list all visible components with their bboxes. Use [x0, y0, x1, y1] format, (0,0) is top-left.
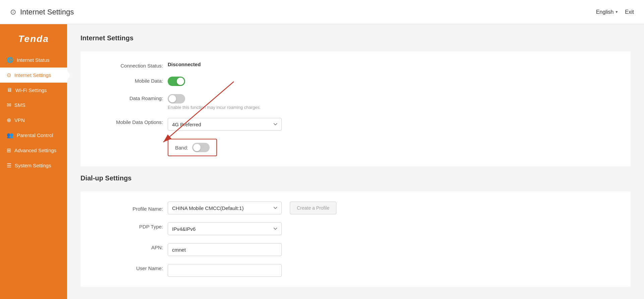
sidebar-label: Advanced Settings [14, 147, 56, 153]
sidebar-item-sms[interactable]: ✉ SMS [0, 97, 67, 113]
sidebar-label: Internet Status [17, 57, 50, 63]
mobile-data-options-row: Mobile Data Options: 4G Preferred 4G Onl… [94, 118, 617, 131]
header: ⊙ Internet Settings English ▼ Exit [0, 0, 644, 24]
mobile-data-row: Mobile Data: [94, 77, 617, 86]
vpn-icon: ⊕ [7, 117, 11, 123]
sidebar-item-wifi-settings[interactable]: 🖥 Wi-Fi Settings [0, 83, 67, 97]
globe-icon: 🌐 [7, 57, 13, 63]
sidebar-item-internet-settings[interactable]: ⊙ Internet Settings [0, 68, 67, 83]
sidebar-item-advanced-settings[interactable]: ⊞ Advanced Settings [0, 143, 67, 158]
svg-line-1 [163, 82, 234, 142]
profile-name-select[interactable]: CHINA Mobile CMCC(Default:1) [168, 202, 282, 214]
band-row: Band: [94, 139, 617, 156]
band-annotation: Band: [168, 139, 217, 156]
page-title: Internet Settings [20, 8, 74, 16]
sidebar-label: System Settings [15, 163, 51, 168]
pdp-type-select[interactable]: IPv4&IPv6 IPv4 IPv6 [168, 222, 282, 235]
band-empty-label [94, 139, 168, 140]
band-label: Band: [175, 145, 188, 151]
sidebar-item-internet-status[interactable]: 🌐 Internet Status [0, 52, 67, 68]
sidebar-label: VPN [14, 117, 25, 123]
settings-icon: ⊙ [7, 72, 11, 78]
parental-icon: 👥 [7, 132, 13, 138]
sidebar-label: Parental Control [17, 132, 53, 138]
chevron-down-icon: ▼ [615, 10, 618, 14]
data-roaming-toggle[interactable] [168, 94, 185, 103]
sidebar-label: Wi-Fi Settings [15, 87, 47, 93]
create-profile-button[interactable]: Create a Profile [290, 202, 336, 214]
mobile-data-label: Mobile Data: [94, 77, 168, 84]
internet-settings-title: Internet Settings [80, 34, 631, 42]
header-left: ⊙ Internet Settings [10, 8, 74, 16]
dialup-settings-section: Profile Name: CHINA Mobile CMCC(Default:… [80, 191, 631, 287]
profile-name-label: Profile Name: [94, 205, 168, 212]
exit-button[interactable]: Exit [625, 9, 634, 15]
apn-label: APN: [94, 243, 168, 250]
language-selector[interactable]: English ▼ [596, 9, 618, 15]
main-layout: Tenda 🌐 Internet Status ⊙ Internet Setti… [0, 24, 644, 299]
profile-name-row: Profile Name: CHINA Mobile CMCC(Default:… [94, 202, 617, 214]
data-roaming-row: Data Roaming: Enable this function may i… [94, 94, 617, 110]
sms-icon: ✉ [7, 102, 11, 108]
data-roaming-label: Data Roaming: [94, 94, 168, 101]
data-roaming-hint: Enable this function may incur roaming c… [168, 105, 261, 110]
sidebar-item-parental-control[interactable]: 👥 Parental Control [0, 128, 67, 143]
pdp-type-row: PDP Type: IPv4&IPv6 IPv4 IPv6 [94, 222, 617, 235]
language-label: English [596, 9, 613, 15]
logo-text: Tenda [18, 34, 49, 44]
sidebar-item-system-settings[interactable]: ☰ System Settings [0, 158, 67, 173]
sidebar: Tenda 🌐 Internet Status ⊙ Internet Setti… [0, 24, 67, 299]
mobile-data-options-select[interactable]: 4G Preferred 4G Only 3G Only 2G Only [168, 118, 282, 131]
user-name-row: User Name: [94, 264, 617, 277]
sidebar-label: Internet Settings [14, 72, 51, 78]
header-right: English ▼ Exit [596, 9, 634, 15]
sidebar-item-vpn[interactable]: ⊕ VPN [0, 113, 67, 128]
system-icon: ☰ [7, 162, 11, 169]
apn-input[interactable] [168, 243, 282, 256]
apn-row: APN: [94, 243, 617, 256]
mobile-data-options-label: Mobile Data Options: [94, 118, 168, 125]
connection-status-label: Connection Status: [94, 61, 168, 69]
band-toggle[interactable] [192, 143, 210, 152]
internet-settings-section: Connection Status: Disconnected Mobile D… [80, 51, 631, 166]
logo: Tenda [0, 28, 67, 52]
connection-status-row: Connection Status: Disconnected [94, 61, 617, 69]
user-name-label: User Name: [94, 264, 168, 271]
dialup-settings-title: Dial-up Settings [80, 174, 631, 182]
content-area: Internet Settings Connection Status: Dis… [67, 24, 644, 299]
mobile-data-toggle[interactable] [168, 77, 185, 86]
sidebar-label: SMS [14, 102, 25, 108]
user-name-input[interactable] [168, 264, 282, 277]
globe-icon: ⊙ [10, 8, 16, 16]
connection-status-value: Disconnected [168, 61, 201, 67]
advanced-icon: ⊞ [7, 147, 11, 154]
band-box: Band: [168, 139, 217, 156]
pdp-type-label: PDP Type: [94, 222, 168, 229]
wifi-icon: 🖥 [7, 87, 12, 93]
